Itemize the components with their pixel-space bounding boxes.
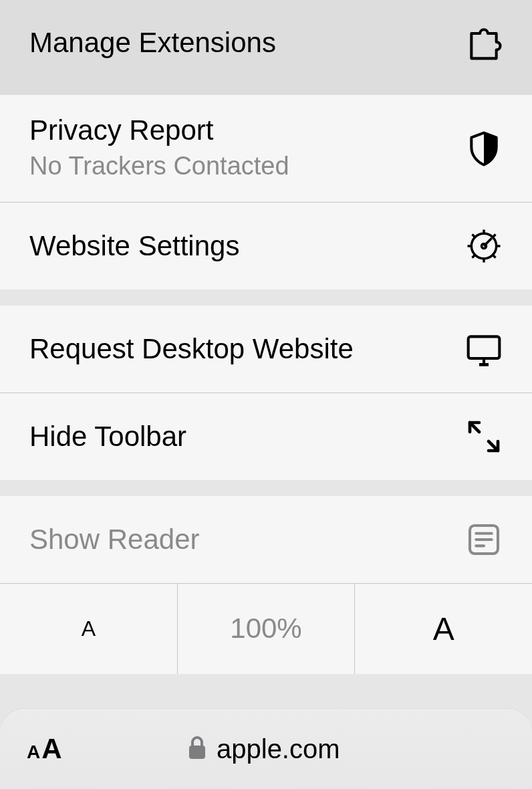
lock-icon <box>187 735 207 763</box>
zoom-row: A 100% A <box>0 584 532 674</box>
svg-line-10 <box>484 238 492 246</box>
reader-icon <box>465 521 503 558</box>
privacy-report-item[interactable]: Privacy Report No Trackers Contacted <box>0 95 532 202</box>
zoom-in-label: A <box>433 610 454 647</box>
group-gap <box>0 480 532 496</box>
group-gap <box>0 290 532 306</box>
view-options-group: Request Desktop Website Hide Toolbar <box>0 306 532 480</box>
gear-icon <box>465 227 503 265</box>
website-settings-item[interactable]: Website Settings <box>0 203 532 290</box>
url-text: apple.com <box>217 734 340 764</box>
privacy-settings-group: Privacy Report No Trackers Contacted Web… <box>0 95 532 290</box>
hide-toolbar-label: Hide Toolbar <box>29 420 186 453</box>
manage-extensions-label: Manage Extensions <box>29 27 276 59</box>
zoom-in-button[interactable]: A <box>355 584 532 674</box>
hide-toolbar-item[interactable]: Hide Toolbar <box>0 393 532 480</box>
reader-zoom-group: Show Reader A 100% A <box>0 496 532 674</box>
desktop-icon <box>465 330 503 368</box>
svg-line-6 <box>473 234 476 237</box>
shield-icon <box>465 130 503 167</box>
expand-arrows-icon <box>465 418 503 455</box>
svg-line-9 <box>493 234 496 237</box>
show-reader-label: Show Reader <box>29 523 199 556</box>
zoom-value: 100% <box>230 612 301 645</box>
aa-button[interactable]: AA <box>27 733 62 765</box>
svg-line-8 <box>473 255 476 258</box>
zoom-out-label: A <box>82 616 96 641</box>
aa-large: A <box>41 733 61 765</box>
website-settings-label: Website Settings <box>29 229 239 263</box>
privacy-report-subtitle: No Trackers Contacted <box>29 150 289 183</box>
privacy-report-label: Privacy Report <box>29 114 289 147</box>
svg-rect-20 <box>189 746 205 759</box>
url-toolbar: AA apple.com <box>0 709 532 789</box>
request-desktop-item[interactable]: Request Desktop Website <box>0 306 532 392</box>
aa-small: A <box>27 742 40 763</box>
zoom-value-button[interactable]: 100% <box>178 584 355 674</box>
manage-extensions-item[interactable]: Manage Extensions <box>0 0 532 95</box>
url-field[interactable]: apple.com <box>62 734 465 764</box>
puzzle-icon <box>465 24 503 62</box>
zoom-out-button[interactable]: A <box>0 584 177 674</box>
page-menu: Manage Extensions Privacy Report No Trac… <box>0 0 532 774</box>
svg-line-7 <box>493 255 496 258</box>
svg-rect-11 <box>469 336 500 358</box>
show-reader-item: Show Reader <box>0 496 532 583</box>
request-desktop-label: Request Desktop Website <box>29 332 354 366</box>
